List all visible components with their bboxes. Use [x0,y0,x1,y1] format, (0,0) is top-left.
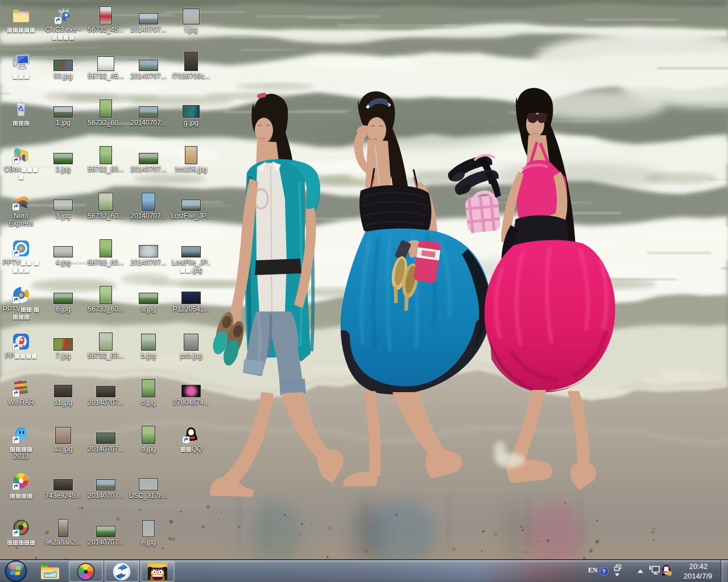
svg-text:?: ? [602,568,605,575]
